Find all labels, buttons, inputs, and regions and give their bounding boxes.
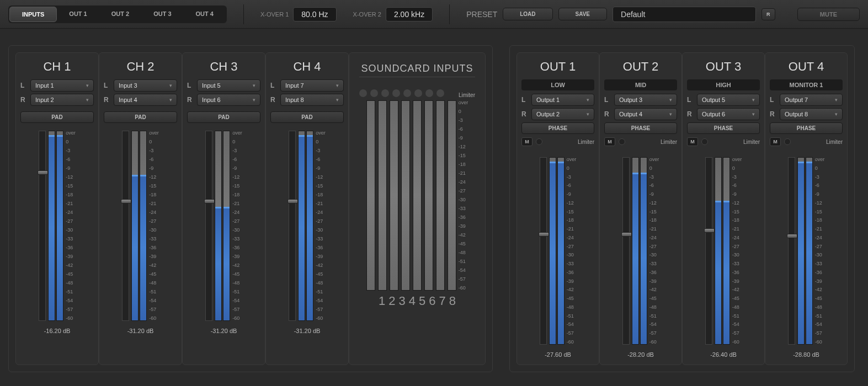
output-right-select[interactable]: Output 4 bbox=[614, 108, 677, 120]
tab-out-4[interactable]: OUT 4 bbox=[184, 7, 226, 22]
fader-thumb[interactable] bbox=[539, 232, 549, 237]
fader-thumb[interactable] bbox=[121, 199, 131, 203]
fader-track[interactable] bbox=[289, 131, 296, 321]
right-label: R bbox=[20, 96, 27, 104]
channel-sublabel[interactable]: HIGH bbox=[687, 79, 760, 90]
fader-thumb[interactable] bbox=[287, 199, 298, 203]
inputs-panel: CH 1LInput 1RInput 2PADover0-3-6-9-12-15… bbox=[8, 45, 493, 372]
tab-out-3[interactable]: OUT 3 bbox=[141, 7, 183, 22]
fader-thumb[interactable] bbox=[204, 199, 215, 203]
separator bbox=[449, 4, 450, 24]
tab-out-2[interactable]: OUT 2 bbox=[99, 7, 141, 22]
channel-sublabel[interactable]: MID bbox=[604, 79, 677, 90]
output-left-select[interactable]: Output 1 bbox=[531, 94, 594, 106]
left-label: L bbox=[604, 96, 611, 104]
xover2-value[interactable]: 2.00 kHz bbox=[386, 7, 433, 22]
clip-led-icon bbox=[403, 89, 411, 97]
right-label: R bbox=[104, 96, 110, 104]
fader-thumb[interactable] bbox=[704, 228, 715, 233]
tab-out-1[interactable]: OUT 1 bbox=[57, 7, 99, 22]
clip-led-icon bbox=[436, 89, 444, 97]
pad-button[interactable]: PAD bbox=[20, 111, 94, 123]
mute-channel-button[interactable]: M bbox=[770, 137, 781, 146]
input-left-select[interactable]: Input 5 bbox=[197, 79, 260, 92]
pad-button[interactable]: PAD bbox=[104, 111, 177, 123]
mute-channel-button[interactable]: M bbox=[687, 137, 698, 146]
input-left-select[interactable]: Input 1 bbox=[30, 79, 94, 92]
fader-track[interactable] bbox=[540, 157, 547, 345]
db-scale: over0-3-6-9-12-15-18-21-24-27-30-33-36-3… bbox=[732, 157, 742, 345]
db-scale: over0-3-6-9-12-15-18-21-24-27-30-33-36-3… bbox=[232, 131, 242, 321]
fader-track[interactable] bbox=[788, 157, 795, 345]
pad-button[interactable]: PAD bbox=[270, 111, 344, 123]
phase-button[interactable]: PHASE bbox=[770, 122, 843, 134]
mute-channel-button[interactable]: M bbox=[521, 137, 532, 146]
input-left-select[interactable]: Input 7 bbox=[280, 79, 344, 92]
input-right-select[interactable]: Input 2 bbox=[30, 94, 94, 106]
soundcard-meter bbox=[413, 100, 422, 291]
fader-track[interactable] bbox=[622, 157, 630, 345]
db-scale: over0-3-6-9-12-15-18-21-24-27-30-33-36-3… bbox=[815, 157, 825, 345]
db-scale: over0-3-6-9-12-15-18-21-24-27-30-33-36-3… bbox=[316, 131, 326, 321]
right-label: R bbox=[270, 96, 277, 104]
pad-button[interactable]: PAD bbox=[187, 111, 260, 123]
input-right-select[interactable]: Input 8 bbox=[280, 94, 344, 106]
output-left-select[interactable]: Output 7 bbox=[780, 94, 843, 106]
level-meter bbox=[806, 157, 813, 345]
tab-inputs[interactable]: INPUTS bbox=[9, 7, 57, 22]
left-label: L bbox=[20, 82, 27, 89]
channel-title: CH 1 bbox=[43, 60, 71, 74]
channel-sublabel[interactable]: LOW bbox=[521, 79, 594, 90]
fader-track[interactable] bbox=[205, 131, 212, 321]
input-channel-2: CH 2LInput 3RInput 4PADover0-3-6-9-12-15… bbox=[99, 52, 182, 365]
clip-led-icon bbox=[392, 89, 400, 97]
mute-button[interactable]: MUTE bbox=[797, 8, 860, 21]
soundcard-inputs-panel: SOUNDCARD INPUTSLimiterover0-3-6-9-12-15… bbox=[349, 52, 486, 365]
fader-thumb[interactable] bbox=[621, 232, 632, 237]
fader-track[interactable] bbox=[39, 131, 46, 321]
left-label: L bbox=[687, 96, 694, 104]
phase-button[interactable]: PHASE bbox=[604, 122, 677, 134]
soundcard-meter bbox=[390, 100, 398, 291]
reset-button[interactable]: R bbox=[762, 8, 775, 20]
output-left-select[interactable]: Output 5 bbox=[697, 94, 760, 106]
preset-label: PRESET bbox=[466, 10, 497, 19]
separator bbox=[243, 4, 244, 24]
load-button[interactable]: LOAD bbox=[503, 8, 552, 20]
left-label: L bbox=[521, 96, 528, 104]
output-right-select[interactable]: Output 6 bbox=[697, 108, 760, 120]
input-right-select[interactable]: Input 4 bbox=[114, 94, 177, 106]
fader-track[interactable] bbox=[705, 157, 712, 345]
output-right-select[interactable]: Output 2 bbox=[531, 108, 594, 120]
input-right-select[interactable]: Input 6 bbox=[197, 94, 260, 106]
preset-name-display[interactable]: Default bbox=[613, 7, 756, 22]
db-readout: -28.20 dB bbox=[627, 351, 654, 358]
db-readout: -28.80 dB bbox=[793, 351, 819, 358]
main-tabs: INPUTSOUT 1OUT 2OUT 3OUT 4 bbox=[8, 6, 227, 23]
db-readout: -26.40 dB bbox=[710, 351, 737, 358]
fader-thumb[interactable] bbox=[38, 170, 48, 175]
phase-button[interactable]: PHASE bbox=[521, 122, 594, 134]
channel-title: CH 2 bbox=[126, 60, 154, 74]
clip-led-icon bbox=[370, 89, 378, 97]
output-right-select[interactable]: Output 8 bbox=[780, 108, 843, 120]
fader-track[interactable] bbox=[122, 131, 129, 321]
save-button[interactable]: SAVE bbox=[558, 8, 608, 20]
channel-title: OUT 4 bbox=[789, 60, 824, 74]
channel-sublabel[interactable]: MONITOR 1 bbox=[770, 79, 843, 90]
input-left-select[interactable]: Input 3 bbox=[114, 79, 177, 92]
left-label: L bbox=[770, 96, 776, 104]
level-meter bbox=[549, 157, 556, 345]
phase-button[interactable]: PHASE bbox=[687, 122, 760, 134]
mute-channel-button[interactable]: M bbox=[604, 137, 615, 146]
limiter-label: Limiter bbox=[743, 139, 760, 145]
fader-thumb[interactable] bbox=[787, 234, 797, 238]
level-meter bbox=[131, 131, 139, 321]
output-left-select[interactable]: Output 3 bbox=[614, 94, 677, 106]
right-label: R bbox=[187, 96, 194, 104]
xover1-value[interactable]: 80.0 Hz bbox=[293, 7, 336, 22]
db-readout: -31.20 dB bbox=[127, 328, 154, 334]
limiter-label: Limiter bbox=[459, 92, 475, 98]
level-meter bbox=[723, 157, 730, 345]
clip-led-icon bbox=[425, 89, 433, 97]
